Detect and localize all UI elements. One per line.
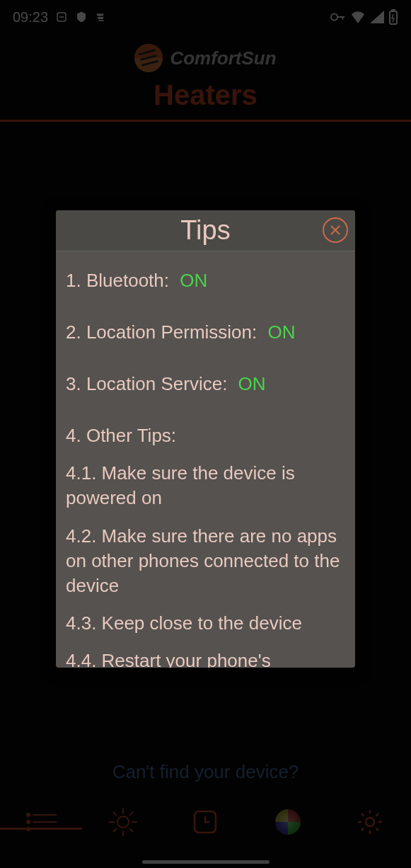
close-button[interactable] [323, 217, 348, 243]
tip-label: 1. Bluetooth: [66, 270, 169, 291]
tips-dialog: Tips 1. Bluetooth: ON 2. Location Permis… [56, 210, 355, 668]
tip-bluetooth: 1. Bluetooth: ON [66, 268, 345, 293]
tip-status: ON [180, 270, 207, 291]
tip-other-item: 4.2. Make sure there are no apps on othe… [66, 524, 345, 598]
tip-location-service: 3. Location Service: ON [66, 372, 345, 396]
tip-other-header: 4. Other Tips: [66, 423, 345, 448]
dialog-title: Tips [180, 215, 230, 246]
tip-label: 3. Location Service: [66, 373, 227, 394]
dialog-body[interactable]: 1. Bluetooth: ON 2. Location Permission:… [56, 251, 355, 668]
tip-status: ON [238, 373, 266, 394]
tip-other-item: 4.1. Make sure the device is powered on [66, 461, 345, 510]
tip-location-permission: 2. Location Permission: ON [66, 320, 345, 345]
tip-other-item: 4.4. Restart your phone's Bluetooth. [66, 649, 345, 668]
tip-other-item: 4.3. Keep close to the device [66, 611, 345, 636]
dialog-header: Tips [56, 210, 355, 251]
tip-status: ON [267, 321, 295, 343]
tip-label: 2. Location Permission: [66, 321, 257, 343]
